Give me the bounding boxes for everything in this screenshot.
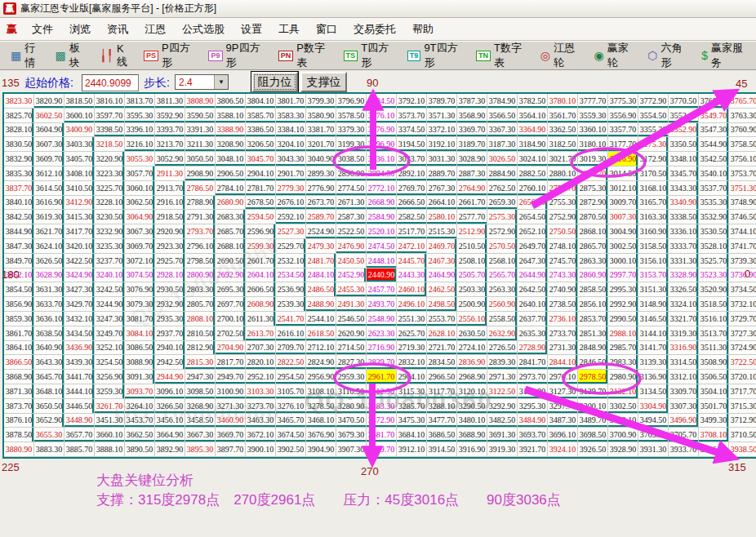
gann-cell: 2601.70 xyxy=(246,254,276,268)
gann-cell: 3379.30 xyxy=(336,123,367,138)
gann-cell: 2695.30 xyxy=(216,282,246,297)
menu-item-公式选股[interactable]: 公式选股 xyxy=(174,19,233,40)
toolbar-kline[interactable]: ╽╿K线 xyxy=(94,40,138,72)
menu-item-江恩[interactable]: 江恩 xyxy=(136,19,174,40)
toolbar-p-square[interactable]: PSP四方形 xyxy=(138,38,202,73)
menu-item-浏览[interactable]: 浏览 xyxy=(61,19,99,40)
support-button[interactable]: 支撑位 xyxy=(300,72,347,92)
gann-cell: 3880.90 xyxy=(4,442,34,457)
gann-cell: 3912.10 xyxy=(397,442,427,457)
gann-cell: 2875.30 xyxy=(578,181,608,196)
gann-cell: 3482.50 xyxy=(487,414,518,428)
gann-cell: 3568.90 xyxy=(457,109,487,123)
gann-cell: 3211.30 xyxy=(185,137,216,152)
toolbar-service[interactable]: $赢家服务 xyxy=(696,38,756,73)
menu-item-工具[interactable]: 工具 xyxy=(270,19,308,40)
gann-cell: 2712.10 xyxy=(306,341,336,356)
gann-cell: 3868.90 xyxy=(4,370,34,384)
gann-cell: 3547.30 xyxy=(699,123,729,138)
toolbar-t-table[interactable]: TNT数字表 xyxy=(470,38,535,73)
gann-cell: 2659.30 xyxy=(487,196,518,211)
gann-cell: 3609.70 xyxy=(34,152,64,166)
toolbar-quotes[interactable]: ▦行情 xyxy=(5,38,50,73)
toolbar-sectors[interactable]: ▩板块 xyxy=(50,38,95,73)
gann-cell: 2584.90 xyxy=(367,210,397,224)
gann-cell: 2556.10 xyxy=(457,312,487,326)
gann-cell: 3528.10 xyxy=(699,239,729,254)
toolbar-t-square[interactable]: TST四方形 xyxy=(338,38,402,73)
gann-cell: 3861.70 xyxy=(4,326,34,341)
toolbar-9t-square[interactable]: T99T四方形 xyxy=(402,38,470,73)
gann-cell: 2956.90 xyxy=(306,370,336,384)
menu-item-文件[interactable]: 文件 xyxy=(24,19,61,40)
step-dropdown[interactable]: 2.4 ▼ xyxy=(175,74,229,90)
gann-cell: 3717.70 xyxy=(729,384,756,399)
menu-item-窗口[interactable]: 窗口 xyxy=(308,19,345,40)
dollar-icon: $ xyxy=(701,50,708,61)
gann-cell: 3206.50 xyxy=(246,137,276,152)
gann-cell: 2755.30 xyxy=(548,196,578,211)
gann-cell: 2599.30 xyxy=(246,239,276,254)
gann-cell: 3396.10 xyxy=(125,123,155,138)
gann-cell: 3177.70 xyxy=(608,137,638,152)
gann-cell: 3724.90 xyxy=(729,341,756,356)
gann-cell: 2820.10 xyxy=(246,355,276,370)
gann-cell: 2968.90 xyxy=(457,370,487,384)
toolbar-p-table[interactable]: PNP数字表 xyxy=(273,38,338,73)
gann-cell: 2709.70 xyxy=(276,341,306,356)
child-window-icon[interactable]: 赢 xyxy=(3,22,24,37)
gann-cell: 3652.90 xyxy=(34,414,64,428)
gann-cell: 2616.10 xyxy=(276,326,306,341)
gann-cell: 2748.10 xyxy=(548,239,578,254)
gann-cell: 2587.30 xyxy=(336,210,367,224)
gann-cell: 2896.90 xyxy=(336,166,367,181)
toolbar-winner-wheel[interactable]: ◉赢家轮 xyxy=(589,38,643,73)
gann-cell: 2937.70 xyxy=(155,326,185,341)
gann-cell: 2964.10 xyxy=(397,370,427,384)
gann-cell: 3290.50 xyxy=(457,399,487,414)
gann-cell: 2500.90 xyxy=(457,297,487,312)
gann-cell: 2918.50 xyxy=(155,210,185,224)
gann-cell: 2450.50 xyxy=(336,254,367,268)
step-label: 步长: xyxy=(144,76,170,91)
gann-cell: 3043.30 xyxy=(276,152,306,166)
gann-cell: 3710.50 xyxy=(729,428,756,442)
gann-cell: 3343.30 xyxy=(669,181,699,196)
gann-cell: 3432.10 xyxy=(64,312,95,326)
gann-cell: 3067.30 xyxy=(125,224,155,239)
gann-cell: 2882.50 xyxy=(518,166,548,181)
gann-cell: 3328.90 xyxy=(669,268,699,283)
start-price-input[interactable] xyxy=(82,74,139,91)
gann-cell: 3364.90 xyxy=(518,123,548,138)
menu-item-帮助[interactable]: 帮助 xyxy=(404,19,442,40)
gann-cell: 3079.30 xyxy=(125,297,155,312)
gann-cell: 3873.70 xyxy=(4,399,34,414)
gann-cell: 2798.50 xyxy=(185,254,216,268)
gann-cell: 3748.90 xyxy=(729,196,756,211)
gann-cell: 3446.50 xyxy=(64,399,95,414)
gann-cell: 3240.10 xyxy=(95,268,125,283)
toolbar-9p-square[interactable]: P99P四方形 xyxy=(202,38,272,73)
gann-cell: 3890.50 xyxy=(125,442,155,457)
menu-item-设置[interactable]: 设置 xyxy=(233,19,270,40)
gann-cell: 2680.90 xyxy=(216,196,246,211)
toolbar-hexagon[interactable]: ⬡六角形 xyxy=(642,38,696,73)
menu-item-资讯[interactable]: 资讯 xyxy=(99,19,136,40)
gann-cell: 3830.50 xyxy=(4,137,34,152)
resistance-button[interactable]: 阻力位 xyxy=(251,72,298,92)
gann-cell: 2642.50 xyxy=(518,282,548,297)
gann-cell: 2786.50 xyxy=(185,181,216,196)
gann-cell: 2445.70 xyxy=(397,254,427,268)
gann-cell: 3398.50 xyxy=(95,123,125,138)
gann-cell: 2697.70 xyxy=(216,297,246,312)
menu-item-交易委托[interactable]: 交易委托 xyxy=(345,19,404,40)
gann-cell: 2942.50 xyxy=(155,355,185,370)
gann-cell: 3477.70 xyxy=(427,414,457,428)
gann-cell: 3624.10 xyxy=(34,239,64,254)
angle-label-225: 225 xyxy=(2,461,20,473)
gann-cell: 3883.30 xyxy=(34,442,64,457)
gann-cell: 3691.30 xyxy=(487,428,518,442)
gann-cell: 3369.70 xyxy=(457,123,487,138)
toolbar-gann-wheel[interactable]: ◎江恩轮 xyxy=(535,38,589,73)
chevron-down-icon[interactable]: ▼ xyxy=(214,75,228,89)
